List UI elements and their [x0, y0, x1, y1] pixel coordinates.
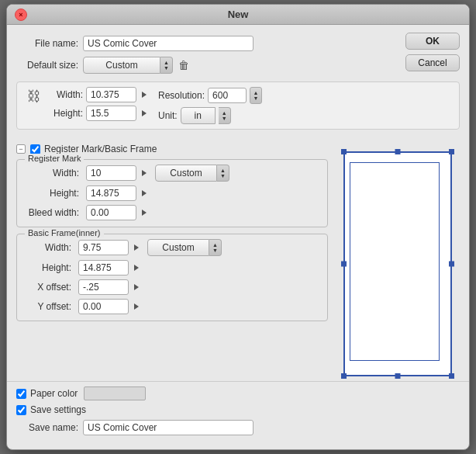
bf-width-spinner[interactable]: ▲ ▼: [209, 239, 222, 256]
rm-height-label: Height:: [25, 188, 79, 199]
filename-input[interactable]: [83, 36, 254, 51]
defaultsize-label: Default size:: [16, 60, 78, 71]
bf-down-icon: ▼: [212, 248, 218, 253]
preview-corner-tr: [449, 149, 454, 154]
bottom-area: Paper color Save settings Save name:: [7, 381, 469, 440]
bf-yoffset-input[interactable]: [78, 299, 129, 314]
bf-width-dropdown-wrapper: Custom ▲ ▼: [147, 239, 222, 256]
rm-height-row: Height:: [25, 185, 319, 201]
basic-frame-title: Basic Frame(inner): [25, 228, 104, 237]
filename-row: File name:: [16, 33, 460, 51]
save-settings-checkbox[interactable]: [16, 405, 26, 415]
unit-spinner[interactable]: ▲ ▼: [219, 107, 231, 124]
section-header: − Register Mark/Basic Frame: [16, 144, 328, 154]
ok-button[interactable]: OK: [405, 33, 460, 50]
unit-down-icon: ▼: [222, 116, 227, 121]
bf-width-arrow-icon: [134, 244, 139, 251]
bf-up-icon: ▲: [212, 242, 218, 248]
paper-color-checkbox-label[interactable]: Paper color: [16, 388, 78, 399]
rm-height-input[interactable]: [86, 185, 136, 201]
preview-panel: [336, 144, 460, 376]
rm-bleed-input[interactable]: [86, 205, 136, 220]
rm-bleed-arrow-icon: [142, 210, 147, 216]
defaultsize-dropdown[interactable]: Custom: [83, 57, 160, 74]
unit-label: Unit:: [158, 110, 178, 121]
bf-width-dropdown[interactable]: Custom: [147, 239, 209, 256]
cancel-button[interactable]: Cancel: [405, 54, 460, 71]
dimensions-area: ⛓ Width: Height: Resolution:: [16, 81, 460, 130]
register-mark-title: Register Mark: [25, 154, 84, 163]
filename-label: File name:: [16, 38, 78, 49]
ok-cancel-area: OK Cancel: [405, 33, 460, 71]
paper-color-row: Paper color: [16, 386, 460, 400]
resolution-input[interactable]: [208, 88, 247, 103]
bf-width-input[interactable]: [78, 240, 129, 255]
resolution-row: Resolution: ▲ ▼: [158, 87, 262, 104]
save-settings-text: Save settings: [30, 404, 86, 415]
bf-xoffset-input[interactable]: [78, 279, 129, 295]
rm-width-input[interactable]: [86, 165, 136, 181]
preview-inner-frame: [350, 162, 440, 361]
bf-height-label: Height:: [25, 262, 71, 273]
height-arrow-icon: [142, 110, 147, 116]
rm-bleed-row: Bleed width:: [25, 205, 319, 220]
bf-yoffset-row: Y offset:: [25, 299, 319, 314]
height-row: Height:: [48, 106, 149, 121]
bf-width-row: Width: Custom ▲ ▼: [25, 239, 319, 256]
rm-height-arrow-icon: [142, 190, 147, 196]
paper-color-checkbox[interactable]: [16, 389, 26, 399]
rm-width-spinner[interactable]: ▲ ▼: [217, 165, 229, 182]
left-panel: − Register Mark/Basic Frame Register Mar…: [16, 144, 328, 376]
preview-mid-right: [449, 262, 454, 267]
unit-row: Unit: in ▲ ▼: [158, 107, 262, 124]
bf-height-input[interactable]: [78, 260, 129, 276]
preview-corner-br: [449, 373, 454, 379]
trash-icon[interactable]: 🗑: [176, 57, 191, 73]
save-settings-label[interactable]: Save settings: [16, 404, 86, 415]
rm-up-icon: ▲: [220, 168, 226, 173]
close-icon: ×: [19, 11, 22, 19]
collapse-button[interactable]: −: [16, 144, 26, 154]
resolution-label: Resolution:: [158, 90, 205, 101]
bf-xoffset-row: X offset:: [25, 279, 319, 295]
bf-height-arrow-icon: [134, 265, 139, 271]
register-mark-checkbox-label[interactable]: Register Mark/Basic Frame: [30, 144, 157, 154]
defaultsize-spinner[interactable]: ▲ ▼: [160, 57, 173, 74]
rm-down-icon: ▼: [220, 173, 226, 178]
close-button[interactable]: ×: [15, 9, 27, 21]
rm-width-label: Width:: [25, 168, 79, 178]
res-down-icon: ▼: [254, 95, 259, 101]
width-label: Width:: [48, 89, 83, 100]
height-input[interactable]: [86, 106, 136, 121]
width-arrow-icon: [142, 92, 147, 98]
title-bar: × New: [7, 5, 469, 25]
bf-width-label: Width:: [25, 242, 71, 253]
chain-icon: ⛓: [25, 88, 43, 105]
defaultsize-row: Default size: Custom ▲ ▼ 🗑: [16, 57, 460, 74]
basic-frame-group: Basic Frame(inner) Width: Custom ▲ ▼: [16, 234, 328, 321]
paper-color-swatch[interactable]: [84, 386, 146, 400]
dimensions-left: Width: Height:: [48, 87, 149, 121]
resolution-spinner[interactable]: ▲ ▼: [250, 87, 262, 104]
up-arrow-icon: ▲: [164, 60, 169, 65]
savename-input[interactable]: [83, 420, 254, 435]
bf-xoffset-label: X offset:: [25, 282, 71, 293]
down-arrow-icon: ▼: [164, 65, 169, 71]
bf-yoffset-label: Y offset:: [25, 301, 71, 312]
dialog-content: File name: Default size: Custom ▲ ▼ 🗑 ⛓ …: [7, 25, 469, 144]
width-input[interactable]: [86, 87, 136, 102]
preview-container: [343, 151, 452, 376]
unit-up-icon: ▲: [222, 110, 227, 116]
rm-width-dropdown[interactable]: Custom: [155, 165, 217, 182]
preview-corner-bl: [341, 373, 347, 379]
width-row: Width:: [48, 87, 149, 102]
preview-mid-bottom: [395, 373, 401, 379]
bf-yoffset-arrow-icon: [134, 303, 139, 310]
unit-dropdown[interactable]: in: [181, 107, 216, 124]
new-dialog: × New OK Cancel File name: Default size:…: [6, 4, 470, 450]
preview-mid-top: [395, 149, 401, 154]
register-mark-checkbox[interactable]: [30, 144, 40, 154]
res-up-icon: ▲: [254, 90, 259, 95]
savename-row: Save name:: [16, 420, 460, 435]
register-mark-label: Register Mark/Basic Frame: [44, 144, 157, 154]
